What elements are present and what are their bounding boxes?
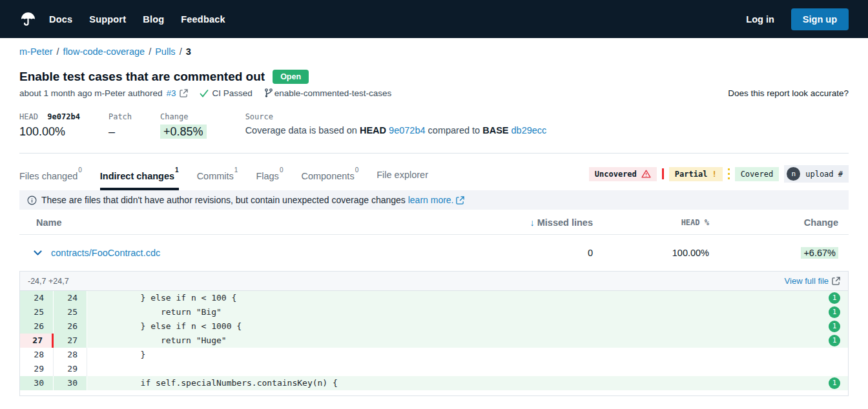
info-banner: These are files that didn't have author … (19, 190, 849, 210)
table-header: Name ↓Missed lines HEAD % Change (19, 210, 849, 235)
tab-bar: Files changed0 Indirect changes1 Commits… (19, 170, 589, 190)
old-line-number: 25 (20, 305, 54, 319)
code-text: return "Big" (87, 305, 848, 319)
code-text: } else if n < 1000 { (87, 319, 848, 334)
column-head-percent: HEAD % (603, 218, 719, 227)
new-line-number: 26 (54, 319, 87, 334)
head-stat: HEAD 9e072b4 100.00% (19, 112, 80, 139)
code-text: return "Huge" (87, 334, 848, 348)
source-stat: Source Coverage data is based on HEAD 9e… (245, 112, 547, 135)
legend-covered: Covered (735, 167, 780, 181)
learn-more-link[interactable]: learn more. (408, 195, 454, 205)
nav-link-feedback[interactable]: Feedback (181, 14, 225, 25)
hit-count-badge[interactable]: 1 (829, 377, 840, 389)
table-row: contracts/FooContract.cdc 0 100.00% +6.6… (19, 235, 849, 270)
uncovered-bar (662, 168, 664, 179)
code-line-30: 30 30 if self.specialNumbers.containsKey… (20, 376, 848, 390)
tab-file-explorer[interactable]: File explorer (377, 170, 428, 190)
codecov-logo-icon[interactable] (19, 10, 37, 28)
new-line-number: 27 (54, 334, 87, 348)
new-line-number: 24 (54, 291, 87, 305)
hit-count-badge[interactable]: 1 (829, 335, 840, 346)
code-line-25: 25 25 return "Big" 1 (20, 305, 848, 319)
legend-upload: n upload # (784, 165, 849, 183)
tab-files-changed[interactable]: Files changed0 (19, 170, 82, 190)
nav-link-support[interactable]: Support (89, 14, 126, 25)
code-text: } (87, 348, 848, 362)
code-line-29: 29 29 (20, 362, 848, 376)
external-link-icon (832, 277, 840, 285)
navbar: Docs Support Blog Feedback Log in Sign u… (0, 0, 868, 38)
code-line-26: 26 26 } else if n < 1000 { 1 (20, 319, 848, 334)
old-line-number: 30 (20, 376, 54, 390)
branch-name: enable-commented-test-cases (274, 88, 392, 98)
tab-indirect-changes[interactable]: Indirect changes1 (100, 170, 179, 190)
hit-count-badge[interactable]: 1 (829, 306, 840, 318)
old-line-number: 24 (20, 291, 54, 305)
missed-lines-value: 0 (435, 248, 603, 258)
coverage-summary: HEAD 9e072b4 100.00% Patch – Change +0.8… (19, 112, 849, 154)
old-line-number: 28 (20, 348, 54, 362)
nav-links: Docs Support Blog Feedback (49, 14, 746, 25)
code-text (87, 362, 848, 376)
tab-commits[interactable]: Commits1 (197, 170, 238, 190)
base-sha-link[interactable]: db29ecc (512, 125, 547, 135)
old-line-number-uncovered: 27 (20, 334, 54, 348)
ci-status: CI Passed (212, 88, 252, 98)
column-change: Change (719, 217, 849, 228)
banner-text: These are files that didn't have author … (41, 195, 408, 205)
external-link-icon (180, 89, 188, 97)
breadcrumb-pulls[interactable]: Pulls (155, 46, 175, 57)
diff-viewer: -24,7 +24,7 View full file 24 24 } else … (19, 271, 849, 396)
status-badge: Open (273, 70, 309, 84)
authored-text: about 1 month ago m-Peter authored (19, 88, 162, 98)
sort-desc-icon: ↓ (530, 217, 535, 228)
info-icon (27, 195, 37, 205)
nav-link-blog[interactable]: Blog (143, 14, 164, 25)
login-link[interactable]: Log in (746, 14, 774, 25)
code-text: } else if n < 100 { (87, 291, 848, 305)
page-title: Enable test cases that are commented out (19, 70, 265, 84)
external-link-icon (456, 196, 464, 204)
breadcrumb-repo[interactable]: flow-code-coverage (63, 46, 145, 57)
head-percent-value: 100.00% (603, 248, 719, 258)
head-sha-link[interactable]: 9e072b4 (389, 125, 425, 135)
tab-components[interactable]: Components0 (301, 170, 358, 190)
hit-count-badge[interactable]: 1 (829, 321, 840, 332)
file-name-link[interactable]: contracts/FooContract.cdc (51, 248, 160, 258)
breadcrumb-pull-number: 3 (186, 46, 191, 57)
breadcrumb-owner[interactable]: m-Peter (19, 46, 53, 57)
column-missed-lines[interactable]: ↓Missed lines (435, 217, 603, 228)
old-line-number: 26 (20, 319, 54, 334)
hunk-header: -24,7 +24,7 (28, 277, 785, 286)
nav-link-docs[interactable]: Docs (49, 14, 72, 25)
breadcrumb: m-Peter/flow-code-coverage/Pulls/3 (19, 46, 849, 57)
new-line-number: 30 (54, 376, 87, 390)
partial-bar (728, 168, 730, 179)
upload-count-icon: n (787, 167, 800, 181)
check-icon (200, 90, 209, 97)
hit-count-badge[interactable]: 1 (829, 292, 840, 304)
patch-stat: Patch – (108, 112, 132, 139)
report-accuracy-link[interactable]: Does this report look accurate? (728, 88, 849, 98)
git-branch-icon (264, 88, 273, 98)
pr-number-link[interactable]: #3 (166, 88, 176, 98)
tab-flags[interactable]: Flags0 (256, 170, 283, 190)
new-line-number: 28 (54, 348, 87, 362)
code-area: 24 24 } else if n < 100 { 1 25 25 return… (20, 291, 848, 395)
warning-triangle-icon (641, 170, 651, 178)
legend-partial: Partial ! (669, 167, 723, 181)
signup-button[interactable]: Sign up (791, 8, 849, 30)
code-line-24: 24 24 } else if n < 100 { 1 (20, 291, 848, 305)
patch-value: – (108, 125, 132, 139)
head-sha: 9e072b4 (47, 112, 80, 121)
code-text: if self.specialNumbers.containsKey(n) { (87, 376, 848, 390)
change-value: +6.67% (801, 247, 838, 259)
chevron-down-icon[interactable] (34, 250, 42, 255)
legend-uncovered: Uncovered (589, 167, 657, 181)
code-line-27: 27 27 return "Huge" 1 (20, 334, 848, 348)
view-full-file-link[interactable]: View full file (785, 276, 840, 286)
column-name: Name (19, 217, 435, 228)
change-stat: Change +0.85% (160, 112, 207, 139)
head-coverage-value: 100.00% (19, 125, 80, 139)
